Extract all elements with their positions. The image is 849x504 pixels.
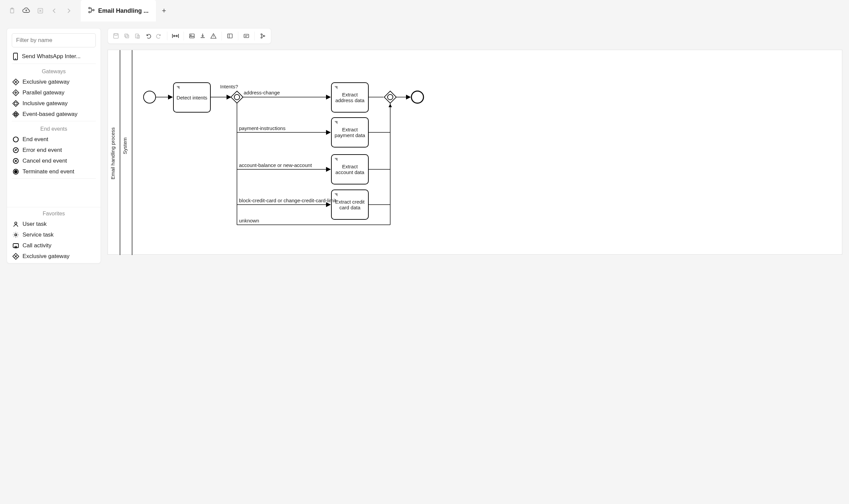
palette-item-label: Exclusive gateway xyxy=(22,79,70,85)
canvas-toolbar xyxy=(108,28,271,44)
palette-item-label: Parallel gateway xyxy=(22,89,65,96)
palette-item-user-task[interactable]: User task xyxy=(7,219,101,230)
svg-point-4 xyxy=(89,12,90,13)
nav-back-icon[interactable] xyxy=(50,6,59,16)
palette-item-terminate-end-event[interactable]: Terminate end event xyxy=(7,166,101,177)
copy-icon[interactable] xyxy=(122,31,131,41)
element-palette: Send WhatsApp Inter... Gateways Exclusiv… xyxy=(7,28,101,264)
active-tab[interactable]: Email Handling ... xyxy=(81,0,156,21)
image-icon[interactable] xyxy=(187,31,197,41)
svg-point-30 xyxy=(261,37,262,38)
palette-item-label: User task xyxy=(22,221,47,228)
svg-point-52 xyxy=(411,91,424,103)
svg-rect-27 xyxy=(228,34,232,38)
undo-icon[interactable] xyxy=(143,31,153,41)
task-detect-intents[interactable]: ◥Detect intents xyxy=(173,82,211,112)
svg-point-34 xyxy=(143,91,156,103)
header-left-controls xyxy=(0,0,81,21)
task-label: Extract address data xyxy=(333,92,367,103)
svg-point-31 xyxy=(264,35,265,37)
task-label: Extract account data xyxy=(333,164,367,175)
palette-item-whatsapp[interactable]: Send WhatsApp Inter... xyxy=(7,51,101,62)
task-label: Extract credit card data xyxy=(333,199,367,210)
palette-section-favorites: Favorites xyxy=(7,207,101,219)
palette-item-call-activity[interactable]: Call activity xyxy=(7,240,101,251)
clipboard-icon[interactable] xyxy=(7,6,17,16)
palette-item-label: Event-based gateway xyxy=(22,111,78,118)
panel-left-icon[interactable] xyxy=(225,31,235,41)
svg-point-16 xyxy=(15,222,17,224)
palette-item-fav-exclusive-gateway[interactable]: Exclusive gateway xyxy=(7,251,101,262)
pool-label: Email handling process xyxy=(110,127,116,179)
svg-point-29 xyxy=(261,34,262,35)
bpmn-canvas[interactable]: Email handling process System Intents? ◥… xyxy=(108,50,842,255)
cloud-upload-icon[interactable] xyxy=(21,6,31,16)
svg-point-11 xyxy=(14,137,18,142)
svg-point-8 xyxy=(15,102,17,105)
tab-title: Email Handling ... xyxy=(98,7,148,15)
workflow-icon xyxy=(88,7,95,15)
palette-item-label: Call activity xyxy=(22,242,51,249)
task-extract-address[interactable]: ◥Extract address data xyxy=(331,82,369,112)
svg-point-3 xyxy=(89,7,90,9)
branch-icon[interactable] xyxy=(258,31,267,41)
nav-forward-icon[interactable] xyxy=(64,6,73,16)
svg-rect-19 xyxy=(113,34,118,38)
gateway-question-label: Intents? xyxy=(220,84,238,89)
task-extract-payment[interactable]: ◥Extract payment data xyxy=(331,117,369,147)
fit-width-icon[interactable] xyxy=(171,31,180,41)
svg-rect-21 xyxy=(125,34,128,37)
palette-section-end-events: End events xyxy=(7,123,101,134)
palette-filter-input[interactable] xyxy=(12,33,96,47)
svg-rect-28 xyxy=(244,34,249,38)
top-header: Email Handling ... + xyxy=(0,0,849,21)
download-icon[interactable] xyxy=(198,31,207,41)
palette-item-label: Terminate end event xyxy=(22,168,74,175)
palette-item-label: Cancel end event xyxy=(22,158,67,164)
form-icon[interactable] xyxy=(242,31,251,41)
edge-label-credit-card: block-credit-card or change-credit-card-… xyxy=(239,198,336,203)
palette-item-label: Exclusive gateway xyxy=(22,253,70,260)
lane-label: System xyxy=(122,138,128,154)
svg-point-10 xyxy=(15,113,17,115)
palette-item-event-based-gateway[interactable]: Event-based gateway xyxy=(7,109,101,120)
palette-item-exclusive-gateway[interactable]: Exclusive gateway xyxy=(7,77,101,87)
edge-label-unknown: unknown xyxy=(239,218,259,223)
palette-item-label: Inclusive gateway xyxy=(22,100,68,107)
task-label: Extract payment data xyxy=(333,127,367,138)
svg-marker-49 xyxy=(389,104,392,107)
palette-item-cancel-end-event[interactable]: Cancel end event xyxy=(7,156,101,166)
svg-point-15 xyxy=(15,170,17,173)
palette-item-label: End event xyxy=(22,136,48,143)
palette-item-label: Error end event xyxy=(22,147,62,154)
close-tab-icon[interactable] xyxy=(36,6,45,16)
palette-item-label: Send WhatsApp Inter... xyxy=(22,53,81,60)
task-label: Detect intents xyxy=(176,95,207,101)
palette-item-end-event[interactable]: End event xyxy=(7,134,101,145)
svg-rect-20 xyxy=(114,34,117,35)
svg-rect-25 xyxy=(190,34,194,38)
add-tab-button[interactable]: + xyxy=(156,6,172,15)
palette-item-service-task[interactable]: Service task xyxy=(7,230,101,240)
palette-item-parallel-gateway[interactable]: Parallel gateway xyxy=(7,87,101,98)
palette-item-label: Service task xyxy=(22,232,54,238)
paste-icon[interactable] xyxy=(133,31,142,41)
svg-point-5 xyxy=(93,10,94,11)
palette-item-error-end-event[interactable]: Error end event xyxy=(7,145,101,156)
edge-label-account: account-balance or new-account xyxy=(239,162,312,168)
save-icon[interactable] xyxy=(111,31,121,41)
warning-icon[interactable] xyxy=(209,31,218,41)
redo-icon[interactable] xyxy=(154,31,164,41)
task-extract-account[interactable]: ◥Extract account data xyxy=(331,154,369,184)
task-extract-credit-card[interactable]: ◥Extract credit card data xyxy=(331,190,369,220)
edge-label-payment: payment-instructions xyxy=(239,125,285,131)
edge-label-address: address-change xyxy=(244,90,280,95)
svg-rect-22 xyxy=(126,35,129,38)
palette-item-inclusive-gateway[interactable]: Inclusive gateway xyxy=(7,98,101,109)
palette-section-gateways: Gateways xyxy=(7,65,101,77)
